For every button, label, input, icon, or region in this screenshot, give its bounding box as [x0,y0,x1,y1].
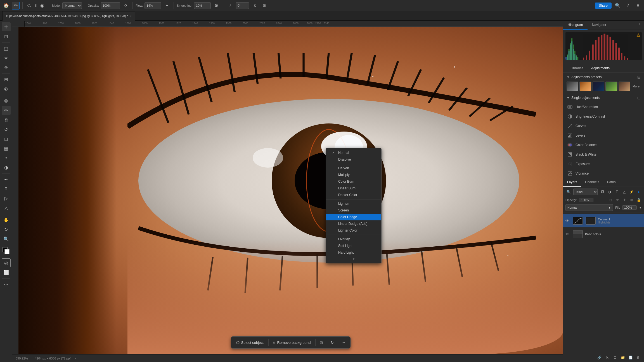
blend-lighter-color[interactable]: Lighter Color [326,227,381,234]
lock-transparent-icon[interactable]: ⊡ [608,197,614,203]
dodge-tool[interactable]: ◑ [2,163,11,172]
preset-4[interactable] [605,82,617,91]
adj-presets-grid-icon[interactable]: ⊞ [637,75,641,79]
blend-lighten[interactable]: Lighten [326,200,381,207]
search-icon[interactable]: 🔍 [614,2,622,9]
type-tool[interactable]: T [2,184,11,193]
adj-brightness-contrast[interactable]: Brightness/Contrast [563,112,644,121]
move-tool[interactable]: ✛ [2,22,11,31]
path-selection-tool[interactable]: ▷ [2,194,11,203]
new-group-btn[interactable]: 📁 [619,354,626,361]
layer-item-curves1[interactable]: 👁 [563,214,644,227]
adj-vibrance[interactable]: Vibrance [563,169,644,178]
blend-multiply[interactable]: Multiply [326,172,381,178]
opacity-input[interactable] [101,2,120,9]
main-tab[interactable]: pexels-hanuman-photo-studio-564865561-19… [2,11,135,21]
flow-input[interactable] [145,2,161,9]
extra-icon[interactable]: ⊞ [260,2,268,9]
preset-1[interactable] [567,82,578,91]
blend-color-burn[interactable]: Color Burn [326,178,381,185]
eraser-tool[interactable]: ◻ [2,134,11,143]
zoom-tool[interactable]: 🔍 [2,234,11,243]
blur-tool[interactable]: ≈ [2,153,11,162]
adj-hue-saturation[interactable]: Hue/Saturation [563,102,644,112]
filter-smart-icon[interactable]: ⚡ [628,189,634,195]
pen-tool[interactable]: ✒ [2,175,11,184]
rotate-view-tool[interactable]: ↻ [2,225,11,234]
screen-mode-toggle[interactable]: ⬜ [2,268,11,277]
single-adj-expand[interactable]: ▼ [567,96,570,99]
layer-item-base[interactable]: 👁 Base colour [563,227,644,241]
tab-layers[interactable]: Layers [563,178,581,187]
adj-color-balance[interactable]: Color Balance [563,140,644,150]
share-button[interactable]: Share [595,3,612,9]
link-layers-btn[interactable]: 🔗 [596,354,603,361]
preset-more-button[interactable]: More [631,85,641,88]
filter-adj-icon[interactable]: ◑ [607,189,613,195]
opacity-pressure-icon[interactable]: ⟳ [122,2,130,9]
status-arrow[interactable]: › [75,357,76,360]
foreground-bg-color[interactable] [2,246,11,255]
clone-stamp-tool[interactable]: ⎘ [2,115,11,124]
tab-navigator[interactable]: Navigator [588,21,611,30]
blend-color-dodge[interactable]: Color Dodge [326,214,381,220]
lasso-tool[interactable]: ∞ [2,53,11,62]
adj-curves[interactable]: Curves [563,121,644,131]
home-icon[interactable]: 🏠 [2,2,10,9]
blend-darker-color[interactable]: Darker Color [326,192,381,198]
filter-type-icon[interactable]: T [614,189,620,195]
adj-levels[interactable]: Levels [563,131,644,140]
add-style-btn[interactable]: fx [604,354,610,361]
tab-channels[interactable]: Channels [581,178,603,187]
lock-pixels-icon[interactable]: ✏ [615,197,621,203]
single-adj-add-icon[interactable]: ⊞ [637,96,641,100]
lock-all-icon[interactable]: 🔒 [636,197,642,203]
mode-select[interactable]: Normal [62,2,82,9]
adj-exposure[interactable]: Exposure [563,159,644,169]
shape-tool[interactable]: △ [2,203,11,212]
blend-overlay[interactable]: Overlay [326,236,381,242]
kind-select[interactable]: Kind [573,189,598,195]
flow-pressure-icon[interactable]: ✦ [163,2,171,9]
blend-soft-light[interactable]: Soft Light [326,242,381,249]
quick-mask-toggle[interactable]: ◎ [2,258,11,267]
extras-tool[interactable]: ⋯ [2,280,11,289]
preset-5[interactable] [619,82,630,91]
fill-value[interactable]: 100% [622,205,637,210]
hand-tool[interactable]: ✋ [2,215,11,224]
filter-pixel-icon[interactable]: 🖼 [599,189,605,195]
adj-presets-expand[interactable]: ▼ [567,75,570,79]
blend-linear-dodge[interactable]: Linear Dodge (Add) [326,220,381,227]
opacity-value[interactable]: 100% [579,198,593,202]
select-subject-button[interactable]: ⬡ Select subject [232,337,268,347]
remove-background-button[interactable]: ⧈ Remove background [269,337,314,347]
tab-paths[interactable]: Paths [603,178,620,187]
angle-input[interactable] [236,2,249,9]
blend-screen[interactable]: Screen [326,207,381,214]
smoothing-settings-icon[interactable]: ⚙ [212,2,220,9]
history-brush-tool[interactable]: ↺ [2,125,11,134]
more-context-button[interactable]: ⋯ [338,337,349,347]
blend-linear-burn[interactable]: Linear Burn [326,185,381,192]
smoothing-input[interactable] [194,2,211,9]
lock-artboard-icon[interactable]: ⊞ [629,197,635,203]
brush-shape-icon[interactable]: ◉ [38,2,46,9]
delete-layer-btn[interactable]: 🗑 [635,354,642,361]
angle-icon[interactable]: ↗ [226,2,234,9]
filter-toggle[interactable]: ● [636,189,642,195]
eyedropper-tool[interactable]: ✆ [2,84,11,93]
menu-icon[interactable]: ≡ [634,2,642,9]
blend-normal[interactable]: ✓ Normal [326,149,381,156]
adj-black-white[interactable]: Black & White [563,150,644,159]
preset-2[interactable] [579,82,591,91]
filter-shape-icon[interactable]: △ [621,189,627,195]
crop-tool[interactable]: ⊞ [2,75,11,84]
canvas-area[interactable]: ⬡ Select subject ⧈ Remove background ⊡ ↻ [18,27,563,354]
gradient-tool[interactable]: ▦ [2,144,11,153]
marquee-tool[interactable]: ⬚ [2,44,11,53]
magic-wand-tool[interactable]: ✵ [2,63,11,72]
rotate-context-button[interactable]: ↻ [327,337,338,347]
tab-adjustments[interactable]: Adjustments [587,65,614,72]
panel-options-icon[interactable]: ⋮ [638,22,642,28]
new-layer-btn[interactable]: 📄 [627,354,634,361]
